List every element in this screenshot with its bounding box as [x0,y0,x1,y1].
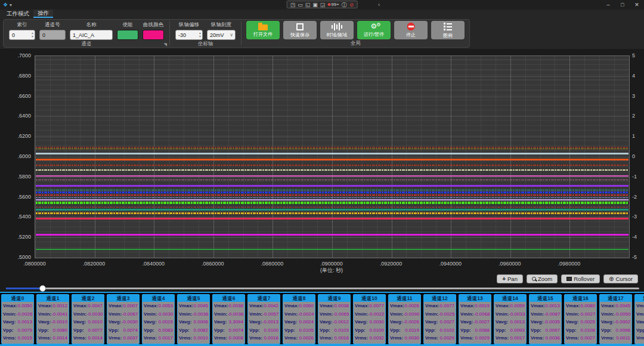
stat-value: -0.0057 [262,310,278,319]
stat-row: Vmax:0.0012 [37,302,69,310]
cursor-button[interactable]: ⊕ Cursor [603,274,638,283]
spinner-arrows-icon[interactable]: ▴▾ [32,31,33,38]
stat-row: Vavg:-0.0010 [37,318,69,326]
stat-label: Vmax: [73,302,88,310]
rollover-button[interactable]: Rollover [561,274,600,283]
stat-label: Vmin: [425,310,438,319]
y-axis-tick-label: .5600 [0,194,31,200]
stat-value: 0.0007 [123,302,138,310]
stat-value: 0.0102 [440,326,454,335]
screen-icon[interactable]: ◱ [305,1,311,8]
stop-button[interactable]: 停止 [394,21,428,39]
stat-row: Vmin:-0.0022 [354,310,385,319]
channel-stats-box[interactable]: 通道7Vmax:0.0042Vmin:-0.0057Vavg:-0.0013Vp… [247,294,280,344]
spinner-arrows-icon[interactable]: ▴▾ [199,31,201,38]
name-input[interactable]: 1_AIC_A [70,30,113,40]
stat-row: Vavg: [635,318,644,326]
stat-value: 0.0014 [88,334,103,342]
x-axis-tick-label: .0980000 [550,261,588,267]
close-button[interactable]: ✕ [630,0,644,10]
channel-stats-box[interactable]: 通道5Vmax:0.0045Vmin:-0.0036Vavg:0.0006Vpp… [177,294,210,344]
channel-name: 通道18 [635,295,644,302]
channel-stats-box[interactable]: 通道12Vmax:0.0077Vmin:-0.0025Vavg:0.0027Vp… [423,294,456,344]
stat-label: Vpp: [3,326,14,335]
collapse-chevron-icon[interactable]: ‹ [378,1,380,8]
channel-stats-box[interactable]: 通道14Vmax:0.0059Vmin:-0.0033Vavg:0.0013Vp… [494,294,527,344]
stat-row: Vpp:0.0100 [354,326,385,335]
pan-button[interactable]: + Pan [497,274,523,283]
notifications-badge[interactable]: 99+ [327,2,339,7]
channel-stats-box[interactable]: 通道3Vmax:0.0007Vmin:-0.0067Vavg:-0.0030Vp… [107,294,140,344]
channel-stats-box[interactable]: 通道1Vmax:0.0012Vmin:-0.0041Vavg:-0.0010Vp… [36,294,69,344]
app-window: ❖ ▾ ◳ ▭ ◱ ▣ ◲ 99+ ⓘ ⊘ ‹ – □ ✕ 工作模式 操作 [0,0,644,346]
channel-stats-box[interactable]: 通道13Vmax:0.0019Vmin:-0.0068Vavg:-0.0027V… [459,294,491,344]
curve-color-swatch[interactable] [143,30,164,40]
curve-color-field-group: 曲线颜色 [143,21,164,40]
dialog-launcher-icon[interactable]: ◥ [164,41,167,48]
menu-operation[interactable]: 操作 [33,10,53,18]
window-icon[interactable]: ▭ [298,1,303,8]
stat-value: 0.0096 [616,326,630,335]
stat-row: Vpp:0.0119 [389,326,420,335]
stat-value: 0.0027 [581,334,595,342]
slider-thumb[interactable] [39,285,46,292]
open-file-button[interactable]: 打开文件 [246,21,280,39]
stat-value: 0.0060 [299,302,314,310]
channel-stats-box[interactable]: 通道16Vmax:0.0080Vmin:-0.0027Vavg:0.0025Vp… [564,294,597,344]
channel-stats-box[interactable]: 通道4Vmax:0.0053Vmin:-0.0030Vavg:0.0015Vpp… [142,294,175,344]
channel-stats-box[interactable]: 通道15Vmax:0.0013Vmin:-0.0087Vavg:-0.0035V… [529,294,562,344]
index-spinner[interactable]: 0 ▴▾ [9,30,35,40]
stat-value: 0.0011 [616,334,630,342]
stat-value: 0.0006 [194,318,208,326]
block-icon[interactable]: ⊘ [349,1,354,8]
name-field-group: 名称 1_AIC_A [70,21,113,40]
menu-work-mode[interactable]: 工作模式 [2,10,33,18]
chevron-down-icon[interactable]: ▾ [10,2,12,8]
stat-label: Vmax: [3,302,17,310]
y-scale-field-group: 纵轴刻度 20mV ∨ [207,21,236,40]
channel-stats-box[interactable]: 通道2Vmax:0.0047Vmin:-0.0030Vavg:0.0010Vpp… [72,294,104,344]
stat-label: Vrms: [109,334,122,342]
stat-row: Vpp:0.0077 [72,326,104,335]
channel-stats-box[interactable]: 通道6Vmax:0.0038Vmin:-0.0036Vavg:3.3094Vpp… [212,294,245,344]
stat-label: Vmax: [109,302,123,310]
stat-row: Vrms:0.0030 [389,334,420,342]
plot-area[interactable] [35,55,630,258]
enable-toggle-swatch[interactable] [117,30,138,40]
run-pause-button[interactable]: ⚙ 运行/暂停 [357,21,391,39]
frame-icon[interactable]: ▣ [312,1,318,8]
stat-label: Vmin: [179,310,192,319]
window-snapshot-icon[interactable]: ◳ [290,1,296,8]
zoom-button[interactable]: Zoom [527,274,558,283]
channel-stats-box[interactable]: 通道8Vmax:0.0060Vmin:-0.0024Vavg:0.0024Vpp… [283,294,315,344]
menubar: 工作模式 操作 [0,10,644,18]
slider-track[interactable] [6,288,639,289]
y-axis-tick-label: .6000 [0,153,31,159]
stat-label: Vrms: [390,334,403,342]
stat-value: -0.0013 [262,318,278,326]
y-scale-dropdown[interactable]: 20mV ∨ [207,30,236,40]
stat-row: Vavg:0.0013 [2,318,33,326]
legend-button[interactable]: 图例 [431,21,465,39]
channel-stats-box[interactable]: 通道9Vmax:0.0038Vmin:-0.0065Vavg:-0.0012Vp… [318,294,351,344]
channel-stats-box[interactable]: 通道10Vmax:0.0077Vmin:-0.0022Vavg:0.0030Vp… [353,294,386,344]
time-freq-domain-button[interactable]: 时域/频域 [320,21,354,39]
y-offset-spinner[interactable]: -30 ▴▾ [175,30,203,40]
minimize-button[interactable]: – [601,0,615,10]
window-arrange-icon[interactable]: ◲ [320,1,326,8]
y-axis-tick-label: .5800 [0,174,31,180]
info-icon[interactable]: ⓘ [342,1,347,8]
maximize-button[interactable]: □ [615,0,630,10]
channel-stats-box[interactable]: 通道17Vmax:0.0045Vmin:-0.0050Vavg:-0.0002V… [599,294,632,344]
waveform-trace [36,212,628,214]
stat-row: Vavg:0.0024 [283,318,315,326]
quick-save-button[interactable]: 快速保存 [283,21,317,39]
channel-name: 通道4 [143,295,174,302]
channel-stats-box[interactable]: 通道0Vmax:0.0050Vmin:-0.0026Vavg:0.0013Vpp… [1,294,34,344]
stat-value: 0.0038 [229,302,243,310]
stat-row: Vpp:0.0079 [2,326,33,335]
stat-value: 0.0013 [510,318,525,326]
channel-name: 通道3 [107,295,139,302]
channel-stats-box[interactable]: 通道18Vmax:Vmin:Vavg:Vpp:Vrms: [634,294,644,344]
channel-stats-box[interactable]: 通道11Vmax:0.0026Vmin:-0.0090Vavg:-0.0026V… [388,294,421,344]
